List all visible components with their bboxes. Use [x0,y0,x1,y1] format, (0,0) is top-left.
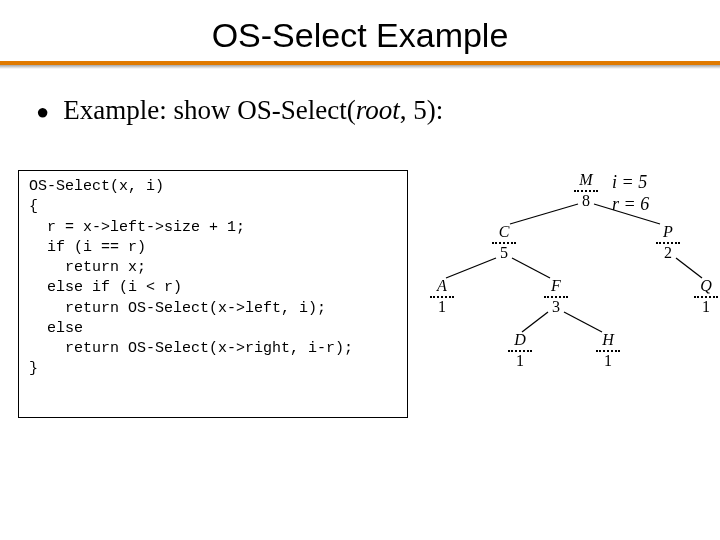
code-box: OS-Select(x, i) { r = x->left->size + 1;… [18,170,408,418]
slide: OS-Select Example ● Example: show OS-Sel… [0,16,720,540]
node-size: 5 [490,245,518,262]
node-label: P [654,224,682,241]
svg-line-0 [510,204,578,224]
tree-node-A: A 1 [428,278,456,316]
node-label: A [428,278,456,295]
node-label: H [594,332,622,349]
node-label: Q [692,278,720,295]
bullet-text: Example: show OS-Select(root, 5): [63,95,443,126]
tree-node-C: C 5 [490,224,518,262]
tree-node-F: F 3 [542,278,570,316]
bullet-prefix: Example: show OS-Select( [63,95,355,125]
annotation-i: i = 5 [612,172,649,194]
node-size: 1 [594,353,622,370]
svg-line-2 [446,258,496,278]
bullet-suffix: , 5): [400,95,444,125]
tree-diagram: M 8 i = 5 r = 6 C 5 P 2 A 1 F 3 [416,166,716,396]
title-rule [0,61,720,69]
node-size: 1 [692,299,720,316]
node-size: 1 [506,353,534,370]
tree-node-Q: Q 1 [692,278,720,316]
node-label: C [490,224,518,241]
tree-node-D: D 1 [506,332,534,370]
bullet-arg: root [356,95,400,125]
tree-node-H: H 1 [594,332,622,370]
node-size: 3 [542,299,570,316]
node-label: D [506,332,534,349]
rule-shadow [0,65,720,69]
tree-node-P: P 2 [654,224,682,262]
node-size: 2 [654,245,682,262]
annotation: i = 5 r = 6 [612,172,649,215]
slide-title: OS-Select Example [0,16,720,55]
node-label: F [542,278,570,295]
bullet-line: ● Example: show OS-Select(root, 5): [36,95,720,126]
annotation-r: r = 6 [612,194,649,216]
node-label: M [572,172,600,189]
bullet-icon: ● [36,101,49,123]
node-size: 8 [572,193,600,210]
node-size: 1 [428,299,456,316]
tree-node-M: M 8 [572,172,600,210]
